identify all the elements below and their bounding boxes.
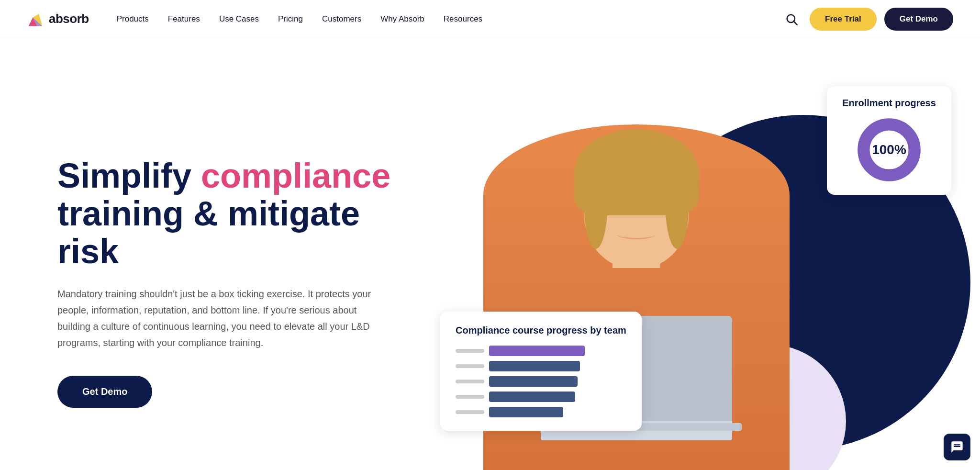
hero-visual: Enrollment progress 100% Compliance cour… xyxy=(431,67,942,470)
hero-title: Simplify compliance training & mitigate … xyxy=(57,157,431,271)
nav-item-resources[interactable]: Resources xyxy=(435,11,491,28)
free-trial-button[interactable]: Free Trial xyxy=(810,8,877,31)
bar-row-4 xyxy=(456,392,626,402)
hero-subtitle: Mandatory training shouldn't just be a b… xyxy=(57,286,383,351)
bar-row-5 xyxy=(456,407,626,417)
navbar-right: Free Trial Get Demo xyxy=(781,8,953,31)
chat-icon xyxy=(950,440,964,454)
logo[interactable]: absorb xyxy=(27,11,89,28)
bar-fill-4 xyxy=(489,392,575,402)
compliance-card-title: Compliance course progress by team xyxy=(456,325,626,336)
donut-chart-wrap: 100% xyxy=(842,116,936,183)
enrollment-card: Enrollment progress 100% xyxy=(827,86,951,195)
donut-label: 100% xyxy=(872,142,906,157)
hero-title-end: training & mitigate risk xyxy=(57,194,360,270)
bar-fill-3 xyxy=(489,376,578,387)
hero-title-plain: Simplify xyxy=(57,157,201,195)
bar-label-line-4 xyxy=(456,395,484,399)
bar-label-line-2 xyxy=(456,364,484,368)
navbar-left: absorb Products Features Use Cases Prici… xyxy=(27,11,491,28)
bar-row-3 xyxy=(456,376,626,387)
nav-item-products[interactable]: Products xyxy=(108,11,157,28)
get-demo-nav-button[interactable]: Get Demo xyxy=(884,8,953,31)
bar-fill-5 xyxy=(489,407,563,417)
search-button[interactable] xyxy=(781,9,802,30)
bar-label-line-3 xyxy=(456,380,484,383)
nav-item-use-cases[interactable]: Use Cases xyxy=(211,11,267,28)
bar-label-line-1 xyxy=(456,349,484,353)
get-demo-hero-button[interactable]: Get Demo xyxy=(57,376,152,408)
person-hair-left xyxy=(584,153,608,249)
chat-bubble-button[interactable] xyxy=(944,434,970,460)
nav-item-customers[interactable]: Customers xyxy=(313,11,370,28)
bar-row-1 xyxy=(456,346,626,356)
person-hair-right xyxy=(665,153,689,249)
navbar: absorb Products Features Use Cases Prici… xyxy=(0,0,980,38)
bar-label-line-5 xyxy=(456,410,484,414)
bar-fill-2 xyxy=(489,361,580,371)
hero-content: Simplify compliance training & mitigate … xyxy=(57,138,431,408)
svg-line-5 xyxy=(794,22,797,24)
hero-section: Simplify compliance training & mitigate … xyxy=(0,38,980,470)
bar-row-2 xyxy=(456,361,626,371)
bar-fill-1 xyxy=(489,346,585,356)
logo-icon xyxy=(27,11,44,28)
hero-title-highlight: compliance xyxy=(201,157,390,195)
bar-chart xyxy=(456,346,626,417)
enrollment-card-title: Enrollment progress xyxy=(842,98,936,109)
search-icon xyxy=(785,12,798,26)
compliance-card: Compliance course progress by team xyxy=(440,312,642,431)
donut-chart: 100% xyxy=(856,116,923,183)
nav-item-pricing[interactable]: Pricing xyxy=(269,11,312,28)
nav-item-why-absorb[interactable]: Why Absorb xyxy=(372,11,433,28)
nav-links: Products Features Use Cases Pricing Cust… xyxy=(108,11,491,28)
logo-text: absorb xyxy=(49,11,89,26)
nav-item-features[interactable]: Features xyxy=(159,11,209,28)
